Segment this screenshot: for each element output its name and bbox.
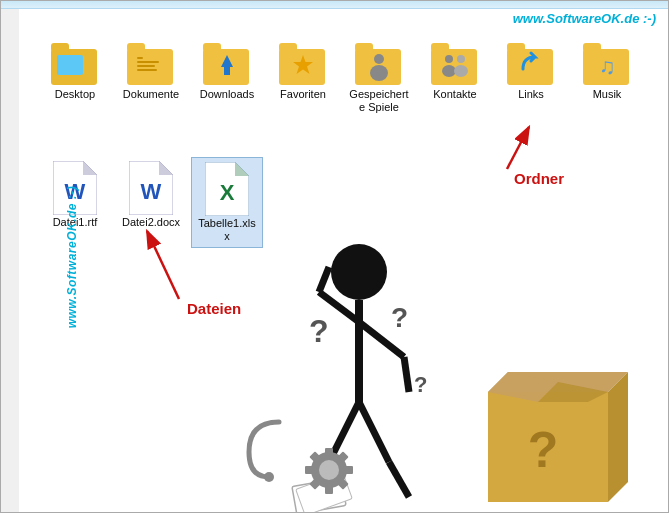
svg-marker-37 <box>235 162 249 176</box>
svg-point-24 <box>454 65 468 77</box>
svg-rect-7 <box>137 65 155 67</box>
folder-downloads-img <box>203 41 251 85</box>
svg-rect-67 <box>325 448 333 456</box>
watermark-top: www.SoftwareOK.de :-) <box>513 11 656 26</box>
svg-point-22 <box>442 65 456 77</box>
folder-kontakte-img <box>431 41 479 85</box>
svg-rect-13 <box>279 43 297 52</box>
svg-rect-4 <box>127 43 145 52</box>
svg-line-49 <box>404 357 409 392</box>
folder-spiele-label: Gespeicherte Spiele <box>347 88 411 114</box>
illustration-gear <box>289 432 369 502</box>
folder-downloads[interactable]: Downloads <box>191 37 263 105</box>
top-border <box>1 1 668 9</box>
folder-favoriten-img <box>279 41 327 85</box>
svg-rect-6 <box>137 61 159 63</box>
svg-rect-1 <box>51 43 69 52</box>
svg-line-42 <box>507 127 529 169</box>
svg-line-53 <box>389 462 409 497</box>
svg-point-23 <box>457 55 465 63</box>
svg-rect-70 <box>345 466 353 474</box>
illustration-hook <box>239 412 289 482</box>
folder-spiele[interactable]: Gespeicherte Spiele <box>343 37 415 118</box>
file-datei2docx-img: W <box>129 161 173 213</box>
folder-dokumente[interactable]: Dokumente <box>115 37 187 105</box>
svg-text:?: ? <box>391 302 408 333</box>
svg-text:W: W <box>141 179 162 204</box>
svg-marker-34 <box>159 161 173 175</box>
svg-line-47 <box>319 267 329 292</box>
folders-row: Desktop Dokumente <box>39 37 643 118</box>
svg-rect-10 <box>203 43 221 52</box>
folder-musik-img: ♫ <box>583 41 631 85</box>
svg-text:?: ? <box>414 372 427 397</box>
folder-spiele-img <box>355 41 403 85</box>
svg-marker-61 <box>608 372 628 502</box>
folder-musik[interactable]: ♫ Musik <box>571 37 643 105</box>
folder-desktop[interactable]: Desktop <box>39 37 111 105</box>
svg-point-17 <box>374 54 384 64</box>
svg-rect-16 <box>355 43 373 52</box>
svg-rect-69 <box>305 466 313 474</box>
svg-text:♫: ♫ <box>599 54 616 79</box>
svg-point-66 <box>319 460 339 480</box>
svg-text:Ordner: Ordner <box>514 170 564 187</box>
svg-point-44 <box>331 244 387 300</box>
folder-kontakte[interactable]: Kontakte <box>419 37 491 105</box>
svg-rect-8 <box>137 69 157 71</box>
svg-text:?: ? <box>309 313 329 349</box>
svg-rect-26 <box>507 43 525 52</box>
watermark-left: www.SoftwareOK.de :-) <box>65 185 79 328</box>
svg-text:Dateien: Dateien <box>187 300 241 317</box>
svg-text:X: X <box>220 180 235 205</box>
illustration-box: ? <box>478 312 648 512</box>
svg-rect-2 <box>57 55 83 75</box>
svg-rect-28 <box>583 43 601 52</box>
svg-text:?: ? <box>528 422 559 478</box>
svg-rect-5 <box>137 57 143 59</box>
file-tabelle1xlsx-img: X <box>205 162 249 214</box>
file-datei2docx[interactable]: W Datei2.docx <box>115 157 187 233</box>
folder-dokumente-img <box>127 41 175 85</box>
svg-point-21 <box>445 55 453 63</box>
main-area: Desktop Dokumente <box>19 9 668 512</box>
svg-rect-25 <box>507 49 553 85</box>
svg-point-18 <box>370 65 388 81</box>
file-datei2docx-label: Datei2.docx <box>122 216 180 229</box>
svg-rect-68 <box>325 486 333 494</box>
svg-point-75 <box>264 472 274 482</box>
folder-favoriten[interactable]: Favoriten <box>267 37 339 105</box>
folder-links[interactable]: Links <box>495 37 567 105</box>
folder-links-img <box>507 41 555 85</box>
svg-rect-20 <box>431 43 449 52</box>
folder-desktop-img <box>51 41 99 85</box>
